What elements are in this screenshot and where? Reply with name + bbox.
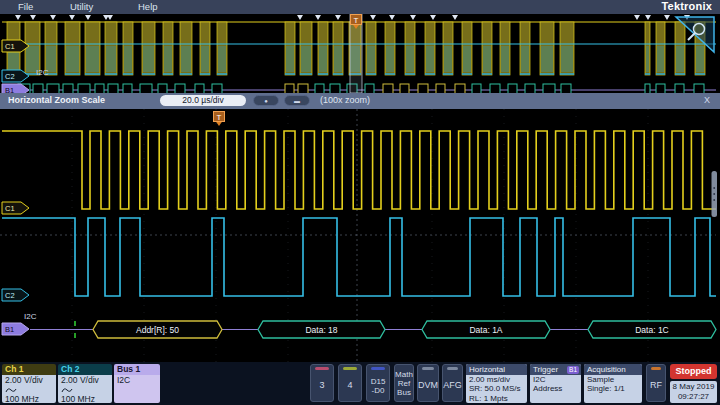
acquisition-title: Acquisition	[587, 364, 626, 375]
overview-bus-packet	[63, 84, 73, 93]
overview-clock-burst	[500, 22, 510, 75]
digital-label-2: -D0	[372, 386, 385, 395]
overview-bus-packet	[561, 84, 571, 93]
dvm-button[interactable]: DVM	[417, 364, 439, 402]
math-ref-bus-button[interactable]: Math Ref Bus	[394, 364, 414, 402]
math-label-2: Ref	[398, 379, 410, 388]
oscilloscope-screen: File Utility Help Tektronix TC1C2B1I2C H…	[0, 0, 720, 405]
overview-clock-burst	[85, 22, 100, 75]
bus-decode-box[interactable]: Data: 1A	[422, 321, 550, 338]
tektronix-logo: Tektronix	[662, 0, 713, 12]
overview-clock-burst	[105, 22, 117, 75]
svg-text:T: T	[354, 16, 359, 25]
channel1-vdiv: 2.00 V/div	[5, 376, 56, 386]
overview-clock-burst	[200, 22, 210, 75]
zoom-scale-title: Horizontal Zoom Scale	[8, 95, 105, 105]
channel2-badge[interactable]: Ch 2 2.00 V/div 100 MHz	[58, 364, 112, 403]
svg-text:C2: C2	[5, 291, 15, 300]
trigger-type: I2C	[530, 375, 581, 384]
menu-help[interactable]: Help	[138, 1, 158, 12]
overview-bus-packet	[95, 84, 104, 93]
zoom-close-button[interactable]: X	[704, 95, 710, 105]
overview-clock-burst	[425, 22, 435, 75]
menu-file[interactable]: File	[18, 1, 33, 12]
overview-bus-packet	[78, 84, 90, 93]
overview-bus-packet	[212, 84, 222, 93]
svg-text:B1: B1	[5, 325, 14, 334]
overview-bus-packet	[656, 84, 665, 93]
svg-text:I2C: I2C	[36, 68, 49, 77]
overview-bus-packet	[490, 84, 500, 93]
bus1-title: Bus 1	[114, 364, 160, 375]
overview-bus-packet	[298, 84, 308, 93]
overview-clock-burst	[560, 22, 574, 75]
dvm-label: DVM	[418, 381, 438, 390]
overview-bus-packet	[315, 84, 324, 93]
zoom-knob-b-button[interactable]: ▬	[284, 95, 310, 106]
date-time: 8 May 2019 09:27:27	[670, 381, 717, 403]
overview-clock-burst	[482, 22, 492, 75]
svg-text:T: T	[217, 113, 222, 122]
overview-clock-burst	[142, 22, 155, 75]
overview-clock-burst	[520, 22, 530, 75]
overview-bus-packet	[418, 84, 428, 93]
overview-clock-burst	[540, 22, 554, 75]
channel2-bandwidth: 100 MHz	[61, 395, 112, 403]
bus-decode-box[interactable]: Addr[R]: 50	[93, 321, 222, 338]
run-stop-status[interactable]: Stopped	[670, 364, 717, 379]
menu-utility[interactable]: Utility	[70, 1, 93, 12]
horizontal-sample-rate: SR: 50.0 MS/s	[466, 384, 527, 393]
bus1-badge[interactable]: Bus 1 I2C	[114, 364, 160, 403]
horizontal-panel[interactable]: Horizontal 2.00 ms/div SR: 50.0 MS/s RL:…	[466, 364, 527, 403]
svg-text:Data: 1C: Data: 1C	[635, 325, 669, 335]
waveform-scroll-handle[interactable]	[712, 171, 718, 217]
overview-bus-packet	[158, 84, 167, 93]
rf-label: RF	[650, 381, 662, 390]
channel3-button[interactable]: 3	[310, 364, 334, 402]
svg-text:C1: C1	[5, 42, 15, 51]
bus-decode-box[interactable]: Data: 1C	[588, 321, 716, 338]
overview-clock-burst	[385, 22, 395, 75]
acquisition-panel[interactable]: Acquisition Sample Single: 1/1	[584, 364, 642, 403]
overview-bus-packet	[455, 84, 465, 93]
overview-bus-packet	[365, 84, 374, 93]
zoom-scale-value[interactable]: 20.0 µs/div	[160, 95, 246, 106]
horizontal-record-length: RL: 1 Mpts	[466, 394, 527, 403]
math-label-3: Bus	[397, 388, 411, 397]
overview-clock-burst	[366, 22, 376, 75]
zoom-scale-bar: Horizontal Zoom Scale 20.0 µs/div ● ▬ (1…	[0, 93, 720, 109]
overview-clock-burst	[443, 22, 453, 75]
channel4-button[interactable]: 4	[338, 364, 362, 402]
menu-bar: File Utility Help Tektronix	[0, 0, 720, 14]
overview-clock-burst	[405, 22, 415, 75]
channel1-title: Ch 1	[2, 364, 56, 375]
overview-bus-packet	[108, 84, 118, 93]
horizontal-scale: 2.00 ms/div	[466, 375, 527, 384]
overview-bus-packet	[383, 84, 393, 93]
overview-bus-packet	[123, 84, 132, 93]
overview-bus-packet	[543, 84, 555, 93]
time-label: 09:27:27	[670, 392, 717, 402]
channel3-label: 3	[319, 381, 324, 390]
rf-button[interactable]: RF	[646, 364, 666, 402]
overview-bus-packet	[436, 84, 445, 93]
acquisition-count: Single: 1/1	[584, 384, 642, 393]
overview-bus-packet	[508, 84, 517, 93]
overview-clock-burst	[333, 22, 343, 75]
bus-decode-box[interactable]: Data: 18	[258, 321, 385, 338]
overview-bus-packet	[140, 84, 152, 93]
zoom-knob-a-button[interactable]: ●	[253, 95, 279, 106]
waveform-overview[interactable]: TC1C2B1I2C	[0, 14, 720, 93]
zoom-waveform-svg: Addr[R]: 50Data: 18Data: 1AData: 1CTC1C2…	[0, 109, 720, 362]
channel2-vdiv: 2.00 V/div	[61, 376, 112, 386]
digital-channels-button[interactable]: D15 -D0	[366, 364, 390, 402]
afg-button[interactable]: AFG	[442, 364, 463, 402]
trigger-title: Trigger	[533, 364, 558, 375]
channel1-badge[interactable]: Ch 1 2.00 V/div 100 MHz	[2, 364, 56, 403]
afg-label: AFG	[443, 381, 462, 390]
acquisition-mode: Sample	[584, 375, 642, 384]
zoom-waveform-view[interactable]: Addr[R]: 50Data: 18Data: 1AData: 1CTC1C2…	[0, 109, 720, 364]
trigger-panel[interactable]: Trigger B1 I2C Address	[530, 364, 581, 403]
bandwidth-icon	[61, 387, 73, 393]
svg-text:Data: 1A: Data: 1A	[469, 325, 502, 335]
